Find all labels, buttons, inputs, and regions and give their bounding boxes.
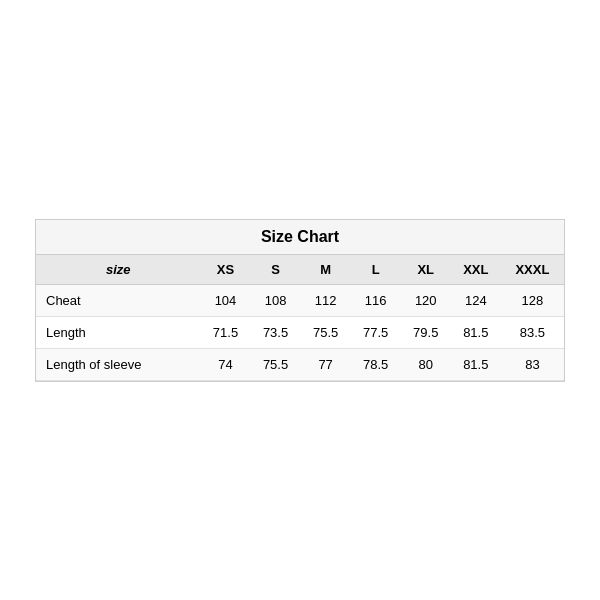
size-table: sizeXSSMLXLXXLXXXL Cheat1041081121161201… xyxy=(36,255,564,381)
header-cell-4: L xyxy=(351,255,401,285)
table-row: Cheat104108112116120124128 xyxy=(36,284,564,316)
cell-2-4: 80 xyxy=(401,348,451,380)
cell-1-2: 75.5 xyxy=(301,316,351,348)
cell-1-0: 71.5 xyxy=(200,316,250,348)
cell-1-1: 73.5 xyxy=(251,316,301,348)
header-cell-3: M xyxy=(301,255,351,285)
header-cell-2: S xyxy=(251,255,301,285)
cell-2-5: 81.5 xyxy=(451,348,501,380)
header-cell-5: XL xyxy=(401,255,451,285)
table-body: Cheat104108112116120124128Length71.573.5… xyxy=(36,284,564,380)
row-label-2: Length of sleeve xyxy=(36,348,200,380)
header-cell-1: XS xyxy=(200,255,250,285)
cell-0-0: 104 xyxy=(200,284,250,316)
table-row: Length of sleeve7475.57778.58081.583 xyxy=(36,348,564,380)
cell-0-4: 120 xyxy=(401,284,451,316)
cell-2-3: 78.5 xyxy=(351,348,401,380)
table-header: sizeXSSMLXLXXLXXXL xyxy=(36,255,564,285)
cell-1-6: 83.5 xyxy=(501,316,564,348)
cell-2-2: 77 xyxy=(301,348,351,380)
cell-0-2: 112 xyxy=(301,284,351,316)
cell-0-5: 124 xyxy=(451,284,501,316)
cell-2-6: 83 xyxy=(501,348,564,380)
header-cell-7: XXXL xyxy=(501,255,564,285)
header-row: sizeXSSMLXLXXLXXXL xyxy=(36,255,564,285)
table-row: Length71.573.575.577.579.581.583.5 xyxy=(36,316,564,348)
row-label-1: Length xyxy=(36,316,200,348)
cell-0-6: 128 xyxy=(501,284,564,316)
chart-title-row: Size Chart xyxy=(36,220,564,255)
cell-2-0: 74 xyxy=(200,348,250,380)
row-label-0: Cheat xyxy=(36,284,200,316)
cell-0-3: 116 xyxy=(351,284,401,316)
cell-0-1: 108 xyxy=(251,284,301,316)
cell-1-5: 81.5 xyxy=(451,316,501,348)
header-cell-0: size xyxy=(36,255,200,285)
chart-title: Size Chart xyxy=(261,228,339,245)
cell-1-4: 79.5 xyxy=(401,316,451,348)
size-chart-container: Size Chart sizeXSSMLXLXXLXXXL Cheat10410… xyxy=(35,219,565,382)
cell-2-1: 75.5 xyxy=(251,348,301,380)
cell-1-3: 77.5 xyxy=(351,316,401,348)
header-cell-6: XXL xyxy=(451,255,501,285)
